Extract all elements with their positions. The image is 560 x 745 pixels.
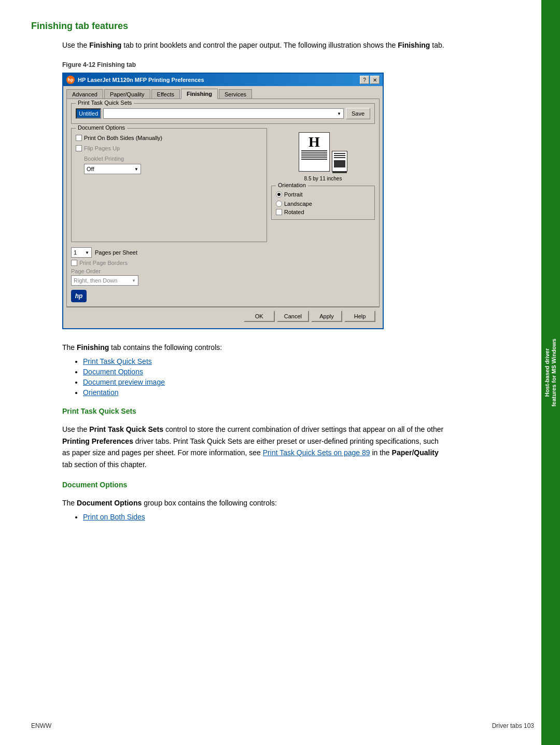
landscape-radio[interactable] <box>276 201 282 207</box>
figure-label: Figure 4-12 Finishing tab <box>62 61 446 68</box>
booklet-dropdown-arrow-icon: ▼ <box>134 167 138 172</box>
link-orientation[interactable]: Orientation <box>83 388 118 397</box>
footer-right: Driver tabs 103 <box>492 722 534 729</box>
page-footer: ENWW Driver tabs 103 <box>31 722 534 729</box>
doc-options-description: The Document Options group box contains … <box>62 497 446 509</box>
hp-icon: hp <box>66 76 75 84</box>
tab-advanced[interactable]: Advanced <box>66 89 103 99</box>
flip-pages-row: Flip Pages Up <box>76 145 262 151</box>
quick-sets-row: Untitled ▼ Save <box>76 108 370 119</box>
link-document-options[interactable]: Document Options <box>83 368 143 376</box>
tab-content: Print Task Quick Sets Untitled ▼ Save <box>66 99 380 307</box>
preview-page-small <box>332 151 347 172</box>
portrait-label: Portrait <box>284 191 302 198</box>
link-print-task-page[interactable]: Print Task Quick Sets on page 89 <box>263 448 370 457</box>
dialog-wrapper: hp HP LaserJet M1120n MFP Printing Prefe… <box>62 73 446 329</box>
finishing-bullet-list: Print Task Quick Sets Document Options D… <box>83 357 446 397</box>
print-task-description: Use the Print Task Quick Sets control to… <box>62 424 446 470</box>
flip-pages-checkbox[interactable] <box>76 145 82 151</box>
preview-caption: 8.5 by 11 inches <box>304 176 342 181</box>
pages-per-sheet-dropdown[interactable]: 1 ▼ <box>71 247 92 258</box>
document-options-group: Document Options Print On Both Sides (Ma… <box>71 128 267 242</box>
doc-options-subsection-title: Document Options <box>62 481 446 489</box>
list-item: Orientation <box>83 388 446 397</box>
save-button[interactable]: Save <box>346 108 370 119</box>
booklet-printing-label: Booklet Printing <box>84 156 262 162</box>
tab-effects[interactable]: Effects <box>151 89 180 99</box>
page-line-4 <box>301 157 327 158</box>
print-page-borders-checkbox[interactable] <box>71 260 77 266</box>
pages-per-sheet-row: 1 ▼ Pages per Sheet <box>71 247 267 258</box>
intro-paragraph: Use the Finishing tab to print booklets … <box>62 40 446 51</box>
link-document-preview[interactable]: Document preview image <box>83 378 165 386</box>
small-line-3 <box>334 157 345 158</box>
booklet-dropdown[interactable]: Off ▼ <box>84 164 141 174</box>
apply-button[interactable]: Apply <box>311 311 342 322</box>
small-block <box>334 160 345 167</box>
close-window-button[interactable]: ✕ <box>370 76 380 84</box>
tab-services[interactable]: Services <box>219 89 252 99</box>
printing-preferences-dialog: hp HP LaserJet M1120n MFP Printing Prefe… <box>62 73 384 329</box>
print-task-subsection-title: Print Task Quick Sets <box>62 407 446 415</box>
footer-left: ENWW <box>31 722 51 729</box>
page-order-dropdown[interactable]: Right, then Down ▼ <box>71 275 138 286</box>
dialog-title: HP LaserJet M1120n MFP Printing Preferen… <box>78 77 204 83</box>
page-line-2 <box>301 152 327 153</box>
rotated-checkbox[interactable] <box>276 209 282 215</box>
sidebar-text: Host-based driverfeatures for MS Windows <box>544 339 557 406</box>
preview-area: H <box>271 128 375 181</box>
tab-finishing[interactable]: Finishing <box>181 89 218 99</box>
titlebar-left: hp HP LaserJet M1120n MFP Printing Prefe… <box>66 76 204 84</box>
print-borders-row: Print Page Borders <box>71 260 267 266</box>
page-line-5 <box>301 159 327 160</box>
preview-page-main: H <box>299 132 330 172</box>
pps-dropdown-arrow-icon: ▼ <box>85 250 89 255</box>
rotated-label: Rotated <box>284 209 304 215</box>
small-line-2 <box>334 155 345 156</box>
link-print-both-sides[interactable]: Print on Both Sides <box>83 513 145 521</box>
quick-sets-dropdown[interactable]: ▼ <box>103 108 344 119</box>
print-task-quick-sets-group: Print Task Quick Sets Untitled ▼ Save <box>71 103 375 124</box>
dropdown-arrow-icon: ▼ <box>337 111 341 116</box>
page-line-1 <box>301 150 327 151</box>
cancel-button[interactable]: Cancel <box>277 311 309 322</box>
small-line-1 <box>334 153 345 154</box>
landscape-row: Landscape <box>276 201 370 207</box>
print-both-sides-checkbox[interactable] <box>76 135 82 141</box>
print-page-borders-label: Print Page Borders <box>79 260 128 266</box>
doc-options-bullet-list: Print on Both Sides <box>83 513 446 521</box>
page-order-label: Page Order <box>71 268 267 274</box>
list-item: Print Task Quick Sets <box>83 357 446 366</box>
preview-h-letter: H <box>301 135 327 149</box>
page-order-dropdown-arrow-icon: ▼ <box>132 278 136 283</box>
finishing-description: The Finishing tab contains the following… <box>62 342 446 353</box>
print-task-group-label: Print Task Quick Sets <box>76 100 134 106</box>
hp-logo: hp <box>71 290 87 302</box>
dialog-titlebar: hp HP LaserJet M1120n MFP Printing Prefe… <box>63 74 383 86</box>
portrait-radio[interactable] <box>276 191 282 198</box>
link-print-task[interactable]: Print Task Quick Sets <box>83 357 152 366</box>
list-item: Document preview image <box>83 378 446 386</box>
window-controls[interactable]: ? ✕ <box>360 76 380 84</box>
help-window-button[interactable]: ? <box>360 76 369 84</box>
rotated-row: Rotated <box>276 209 370 215</box>
print-both-sides-label: Print On Both Sides (Manually) <box>84 135 162 141</box>
ok-button[interactable]: OK <box>244 311 275 322</box>
print-both-sides-row: Print On Both Sides (Manually) <box>76 135 262 141</box>
left-column: Document Options Print On Both Sides (Ma… <box>71 128 267 286</box>
page-line-3 <box>301 154 327 156</box>
right-column: H <box>271 128 375 286</box>
list-item: Document Options <box>83 368 446 376</box>
sidebar-panel: Host-based driverfeatures for MS Windows <box>541 0 560 745</box>
portrait-row: Portrait <box>276 191 370 198</box>
tabs-row: Advanced Paper/Quality Effects Finishing… <box>66 88 380 99</box>
dialog-buttons: OK Cancel Apply Help <box>66 307 380 324</box>
help-button[interactable]: Help <box>344 311 375 322</box>
pages-per-sheet-label: Pages per Sheet <box>95 249 137 256</box>
preview-pages: H <box>299 132 347 172</box>
orientation-group: Orientation Portrait Landscape <box>271 186 375 220</box>
two-col-layout: Document Options Print On Both Sides (Ma… <box>71 128 375 286</box>
flip-pages-label: Flip Pages Up <box>84 145 120 151</box>
quick-sets-input[interactable]: Untitled <box>76 108 101 119</box>
tab-paper-quality[interactable]: Paper/Quality <box>104 89 150 99</box>
